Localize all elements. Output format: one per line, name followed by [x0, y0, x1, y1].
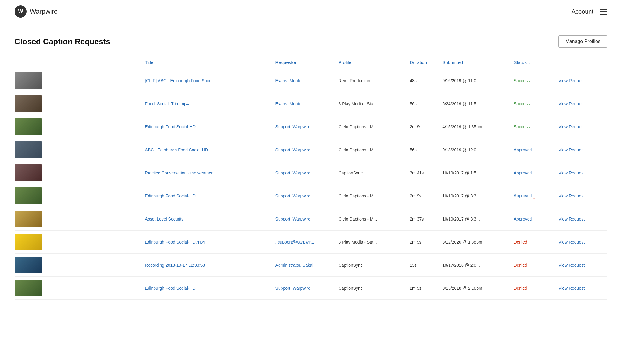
- view-request-link[interactable]: View Request: [559, 194, 585, 198]
- profile-cell: Cielo Captions - M...: [339, 184, 410, 207]
- status-cell: Approved: [514, 138, 559, 161]
- status-cell: Success: [514, 69, 559, 92]
- requestor-link[interactable]: , support@warpwir...: [275, 240, 314, 244]
- requestor-cell: Support, Warpwire: [275, 115, 339, 138]
- table-row: [CLIP] ABC - Edinburgh Food Soci...Evans…: [15, 69, 607, 92]
- title-link[interactable]: Practice Conversation - the weather: [145, 170, 213, 175]
- video-thumbnail: [15, 141, 42, 158]
- title-cell: Recording 2018-10-17 12:38:58: [145, 254, 275, 277]
- status-badge: Denied: [514, 263, 527, 268]
- title-cell: Food_Social_Trim.mp4: [145, 92, 275, 115]
- requestor-cell: Evans, Monte: [275, 69, 339, 92]
- thumbnail-cell: [15, 161, 145, 184]
- view-request-link[interactable]: View Request: [559, 263, 585, 268]
- view-request-link[interactable]: View Request: [559, 240, 585, 244]
- title-link[interactable]: ABC - Edinburgh Food Social-HD....: [145, 147, 213, 152]
- status-cell: Approved: [514, 207, 559, 231]
- svg-rect-8: [15, 257, 42, 273]
- requestor-link[interactable]: Support, Warpwire: [275, 286, 310, 291]
- table-row: Edinburgh Food Social-HDSupport, Warpwir…: [15, 184, 607, 207]
- video-thumbnail: [15, 95, 42, 112]
- title-link[interactable]: Edinburgh Food Social-HD: [145, 194, 196, 198]
- page-title: Closed Caption Requests: [15, 37, 110, 46]
- caption-requests-table: Title Requestor Profile Duration Submitt…: [15, 57, 607, 300]
- title-link[interactable]: Recording 2018-10-17 12:38:58: [145, 263, 205, 268]
- title-cell: Practice Conversation - the weather: [145, 161, 275, 184]
- table-row: Food_Social_Trim.mp4Evans, Monte3 Play M…: [15, 92, 607, 115]
- duration-cell: 2m 9s: [410, 277, 442, 300]
- video-thumbnail: [15, 234, 42, 250]
- requestor-link[interactable]: Support, Warpwire: [275, 124, 310, 129]
- profile-sort-link[interactable]: Profile: [339, 60, 352, 65]
- action-cell: View Request: [559, 277, 607, 300]
- title-link[interactable]: Edinburgh Food Social-HD: [145, 124, 196, 129]
- video-thumbnail: [15, 211, 42, 227]
- title-link[interactable]: [CLIP] ABC - Edinburgh Food Soci...: [145, 78, 214, 83]
- duration-cell: 56s: [410, 138, 442, 161]
- status-cell: Approved ↓: [514, 184, 559, 207]
- requestor-link[interactable]: Support, Warpwire: [275, 194, 310, 198]
- title-cell: Edinburgh Food Social-HD: [145, 277, 275, 300]
- view-request-link[interactable]: View Request: [559, 124, 585, 129]
- submitted-cell: 6/24/2019 @ 11:5...: [443, 92, 514, 115]
- svg-rect-3: [15, 141, 42, 158]
- svg-rect-0: [15, 72, 42, 89]
- status-badge: Denied: [514, 286, 527, 291]
- action-cell: View Request: [559, 92, 607, 115]
- duration-cell: 2m 37s: [410, 207, 442, 231]
- duration-sort-link[interactable]: Duration: [410, 60, 427, 65]
- view-request-link[interactable]: View Request: [559, 217, 585, 221]
- action-cell: View Request: [559, 69, 607, 92]
- requestor-link[interactable]: Support, Warpwire: [275, 170, 310, 175]
- thumbnail-cell: [15, 277, 145, 300]
- duration-cell: 56s: [410, 92, 442, 115]
- action-cell: View Request: [559, 207, 607, 231]
- status-sort-link[interactable]: Status ↓: [514, 60, 531, 65]
- svg-rect-9: [15, 280, 42, 296]
- svg-rect-6: [15, 211, 42, 227]
- submitted-cell: 9/16/2019 @ 11:0...: [443, 69, 514, 92]
- action-cell: View Request: [559, 115, 607, 138]
- manage-profiles-button[interactable]: Manage Profiles: [558, 35, 607, 48]
- view-request-link[interactable]: View Request: [559, 78, 585, 83]
- status-badge: Approved: [514, 170, 532, 175]
- hamburger-menu-icon[interactable]: [600, 9, 607, 15]
- title-col-header: Title: [145, 57, 275, 69]
- title-cell: Edinburgh Food Social-HD: [145, 184, 275, 207]
- profile-cell: Cielo Captions - M...: [339, 207, 410, 231]
- table-row: Edinburgh Food Social-HDSupport, Warpwir…: [15, 115, 607, 138]
- table-row: Edinburgh Food Social-HD.mp4, support@wa…: [15, 231, 607, 254]
- view-request-link[interactable]: View Request: [559, 101, 585, 106]
- thumbnail-cell: [15, 92, 145, 115]
- profile-cell: 3 Play Media - Sta...: [339, 92, 410, 115]
- view-request-link[interactable]: View Request: [559, 286, 585, 291]
- requestor-link[interactable]: Administrator, Sakai: [275, 263, 313, 268]
- requestor-link[interactable]: Evans, Monte: [275, 101, 302, 106]
- logo-icon: W: [15, 5, 27, 18]
- title-link[interactable]: Asset Level Security: [145, 217, 183, 221]
- status-badge: Approved: [514, 147, 532, 152]
- table-row: Practice Conversation - the weatherSuppo…: [15, 161, 607, 184]
- title-sort-link[interactable]: Title: [145, 60, 153, 65]
- view-request-link[interactable]: View Request: [559, 147, 585, 152]
- requestor-link[interactable]: Support, Warpwire: [275, 217, 310, 221]
- requestor-cell: Support, Warpwire: [275, 207, 339, 231]
- submitted-cell: 3/12/2020 @ 1:38pm: [443, 231, 514, 254]
- submitted-sort-link[interactable]: Submitted: [443, 60, 463, 65]
- thumbnail-cell: [15, 138, 145, 161]
- title-link[interactable]: Food_Social_Trim.mp4: [145, 101, 189, 106]
- svg-rect-4: [15, 164, 42, 181]
- requestor-sort-link[interactable]: Requestor: [275, 60, 296, 65]
- view-request-link[interactable]: View Request: [559, 170, 585, 175]
- requestor-link[interactable]: Support, Warpwire: [275, 147, 310, 152]
- submitted-cell: 10/10/2017 @ 3:3...: [443, 184, 514, 207]
- submitted-cell: 10/17/2018 @ 2:0...: [443, 254, 514, 277]
- svg-rect-1: [15, 95, 42, 112]
- title-cell: Edinburgh Food Social-HD: [145, 115, 275, 138]
- requestor-cell: , support@warpwir...: [275, 231, 339, 254]
- title-link[interactable]: Edinburgh Food Social-HD: [145, 286, 196, 291]
- requestor-link[interactable]: Evans, Monte: [275, 78, 302, 83]
- svg-rect-2: [15, 118, 42, 135]
- title-link[interactable]: Edinburgh Food Social-HD.mp4: [145, 240, 205, 244]
- thumbnail-cell: [15, 231, 145, 254]
